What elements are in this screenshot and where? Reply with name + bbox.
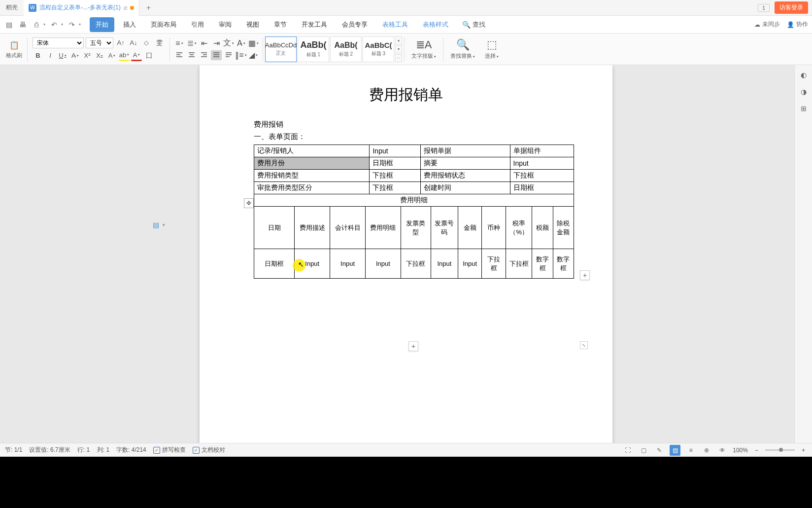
page-view-button[interactable]: ▤ — [670, 445, 680, 456]
text-typeset-button[interactable]: ≣A 文字排版▾ — [406, 38, 441, 60]
font-size-select[interactable]: 五号 — [86, 37, 113, 48]
text-effects-button[interactable]: A▾ — [106, 50, 117, 61]
status-section[interactable]: 节: 1/1 — [5, 446, 22, 454]
qat-more-icon[interactable]: ▾ — [79, 22, 81, 27]
shading-button[interactable]: ◢▾ — [248, 50, 259, 60]
qat-dropdown-icon[interactable]: ▾ — [43, 22, 45, 27]
status-wordcount[interactable]: 字数: 4/214 — [116, 446, 146, 454]
tab-member[interactable]: 会员专享 — [336, 17, 373, 32]
tab-table-styles[interactable]: 表格样式 — [417, 17, 454, 32]
font-color-button[interactable]: A▾ — [131, 50, 142, 61]
redo-icon[interactable]: ↷ — [67, 20, 77, 30]
strikethrough-button[interactable]: A̶▾ — [69, 50, 80, 61]
detail-table[interactable]: 日期 费用描述 会计科目 费用明细 发票类型 发票号码 金额 币种 税率（%） … — [254, 206, 574, 279]
align-right-button[interactable] — [199, 50, 209, 60]
underline-button[interactable]: U▾ — [57, 50, 68, 61]
phonetic-icon[interactable]: 雯 — [154, 37, 165, 48]
outline-view-button[interactable]: ≡ — [685, 445, 696, 456]
borders-button[interactable]: ▦▾ — [248, 38, 259, 48]
read-view-button[interactable]: ▢ — [638, 445, 649, 456]
tab-developer[interactable]: 开发工具 — [296, 17, 333, 32]
nosync-button[interactable]: ☁ 未同步 — [754, 20, 780, 29]
align-left-button[interactable] — [174, 50, 185, 60]
document-tab[interactable]: W 流程自定义表单-...-多表无表(1) ⎚ — [24, 0, 139, 16]
form-table[interactable]: 记录/报销人Input报销单据单据组件 费用月份日期框摘要Input 费用报销类… — [254, 145, 574, 207]
tab-sections[interactable]: 章节 — [268, 17, 293, 32]
web-view-button[interactable]: ⊕ — [701, 445, 712, 456]
sidebar-tool-3[interactable]: ⊞ — [799, 104, 809, 113]
selected-cell[interactable]: 费用月份 — [254, 157, 370, 170]
increase-indent-button[interactable]: ⇥ — [211, 38, 222, 48]
tab-page-layout[interactable]: 页面布局 — [145, 17, 182, 32]
zoom-out-button[interactable]: − — [753, 447, 760, 454]
add-column-button[interactable]: + — [580, 270, 590, 280]
eye-view-button[interactable]: 👁 — [717, 445, 728, 456]
sidebar-tool-2[interactable]: ◑ — [799, 87, 809, 97]
line-spacing-button[interactable]: ‖≡▾ — [236, 50, 246, 60]
italic-button[interactable]: I — [45, 50, 56, 61]
table-resize-handle[interactable]: ⤡ — [580, 341, 588, 349]
table-move-handle[interactable]: ✥ — [244, 198, 254, 208]
tab-review[interactable]: 审阅 — [213, 17, 237, 32]
subscript-button[interactable]: X₂ — [94, 50, 105, 61]
asian-layout-button[interactable]: А̵▾ — [236, 38, 246, 48]
style-normal[interactable]: AaBbCcDd 正文 — [265, 36, 297, 62]
guest-login-button[interactable]: 访客登录 — [775, 1, 808, 14]
status-setting[interactable]: 设置值: 6.7厘米 — [29, 446, 70, 454]
tab-start[interactable]: 开始 — [90, 17, 114, 32]
status-col[interactable]: 列: 1 — [97, 446, 109, 454]
add-tab-button[interactable]: + — [139, 3, 158, 12]
collab-button[interactable]: 👤 协作 — [787, 20, 808, 29]
align-distribute-button[interactable] — [223, 50, 234, 60]
text-direction-button[interactable]: 文▾ — [223, 38, 234, 48]
doc-settings-icon[interactable]: ▤ — [153, 221, 161, 229]
select-button[interactable]: ⬚ 选择▾ — [480, 38, 504, 60]
style-more-button[interactable]: ⋯ — [395, 54, 402, 62]
find-replace-button[interactable]: 🔍 查找替换▾ — [445, 38, 480, 60]
detail-header[interactable]: 费用明细 — [254, 194, 574, 207]
style-up-button[interactable]: ▴ — [395, 36, 402, 44]
status-row[interactable]: 行: 1 — [77, 446, 90, 454]
tab-table-tools[interactable]: 表格工具 — [376, 17, 414, 32]
zoom-value[interactable]: 100% — [733, 447, 748, 454]
notification-badge[interactable]: 1 — [758, 4, 770, 12]
decrease-indent-button[interactable]: ⇤ — [199, 38, 209, 48]
undo-icon[interactable]: ↶ — [49, 20, 59, 30]
superscript-button[interactable]: X² — [82, 50, 93, 61]
fullscreen-view-button[interactable]: ⛶ — [622, 445, 633, 456]
clear-format-icon[interactable]: ◇ — [141, 37, 152, 48]
align-center-button[interactable] — [186, 50, 197, 60]
search-box[interactable]: 🔍 查找 — [462, 20, 485, 29]
bold-button[interactable]: B — [33, 50, 43, 61]
paste-icon[interactable]: 📋 — [8, 39, 20, 51]
format-painter-label[interactable]: 格式刷 — [6, 52, 22, 59]
spellcheck-button[interactable]: ✓ 拼写检查 — [153, 446, 186, 454]
decrease-font-icon[interactable]: A↓ — [128, 37, 139, 48]
sidebar-tool-1[interactable]: ◐ — [799, 70, 809, 80]
document-area[interactable]: 费用报销单 费用报销 一、表单页面： ✥ 记录/报销人Input报销单据单据组件… — [0, 65, 812, 443]
bullet-list-button[interactable]: ≡▾ — [174, 38, 185, 48]
print-preview-icon[interactable]: ⎙ — [32, 20, 41, 30]
docproof-button[interactable]: ✓ 文档校对 — [193, 446, 225, 454]
style-heading3[interactable]: AaBbC( 标题 3 — [363, 36, 394, 62]
style-heading1[interactable]: AaBb( 标题 1 — [298, 36, 329, 62]
edit-view-button[interactable]: ✎ — [654, 445, 665, 456]
font-name-select[interactable]: 宋体 — [33, 37, 84, 48]
add-row-button[interactable]: + — [408, 341, 418, 351]
style-down-button[interactable]: ▾ — [395, 45, 402, 53]
tab-insert[interactable]: 插入 — [117, 17, 142, 32]
undo-dropdown-icon[interactable]: ▾ — [61, 22, 63, 27]
char-shading-button[interactable]: 囗 — [143, 50, 154, 61]
number-list-button[interactable]: ≣▾ — [186, 38, 197, 48]
style-heading2[interactable]: AaBb( 标题 2 — [330, 36, 362, 62]
save-icon[interactable]: ▤ — [4, 20, 14, 30]
align-justify-button[interactable] — [211, 50, 222, 60]
increase-font-icon[interactable]: A↑ — [115, 37, 126, 48]
dropdown-icon[interactable]: ▾ — [163, 222, 165, 227]
tab-view[interactable]: 视图 — [240, 17, 265, 32]
print-icon[interactable]: 🖶 — [18, 20, 28, 30]
home-tab[interactable]: 稻壳 — [0, 3, 24, 12]
zoom-in-button[interactable]: + — [800, 447, 807, 454]
highlight-button[interactable]: ab▾ — [119, 50, 130, 61]
tab-references[interactable]: 引用 — [185, 17, 210, 32]
